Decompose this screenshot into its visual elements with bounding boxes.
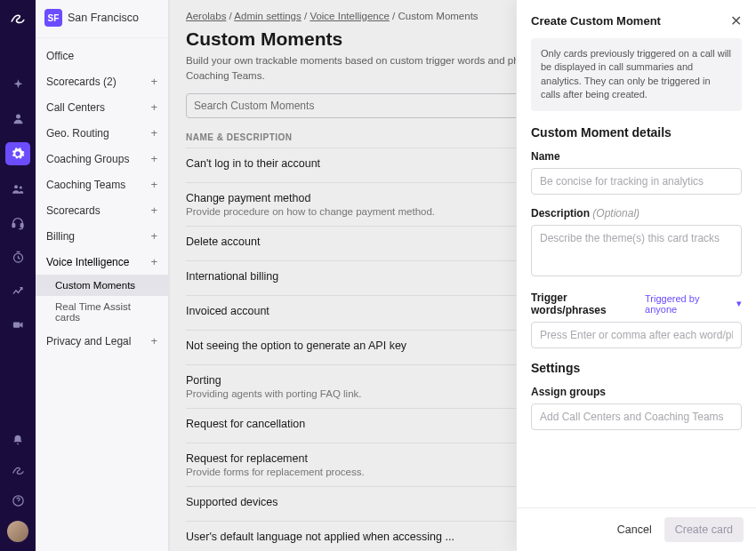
svg-point-0 — [16, 114, 20, 118]
sidebar-subitem[interactable]: Real Time Assist cards — [36, 296, 168, 328]
plus-icon: + — [150, 255, 157, 268]
sidebar-item-label: Voice Intelligence — [46, 256, 129, 268]
crumb-current: Custom Moments — [398, 11, 478, 21]
chevron-down-icon: ▾ — [736, 298, 742, 309]
main-pane: Aerolabs / Admin settings / Voice Intell… — [169, 0, 756, 551]
plus-icon: + — [150, 178, 157, 191]
sidebar-item-label: Call Centers — [46, 101, 105, 114]
sidebar-item-label: Office — [46, 50, 74, 62]
org-name: San Francisco — [68, 12, 139, 24]
settings-sidebar: SF San Francisco OfficeScorecards (2)+Ca… — [36, 0, 169, 551]
plus-icon: + — [150, 100, 157, 114]
clock-icon[interactable] — [8, 247, 28, 267]
drawer-note: Only cards previously triggered on a cal… — [531, 38, 742, 111]
org-badge: SF — [44, 9, 62, 27]
sidebar-item-label: Billing — [46, 230, 75, 243]
sidebar-item-label: Scorecards (2) — [46, 76, 117, 88]
name-input[interactable] — [531, 168, 742, 195]
gear-icon[interactable] — [5, 142, 30, 165]
description-input[interactable] — [531, 225, 742, 276]
plus-icon: + — [150, 75, 157, 88]
sidebar-subitem[interactable]: Custom Moments — [36, 275, 168, 296]
sidebar-item-label: Scorecards — [46, 204, 101, 217]
avatar[interactable] — [7, 521, 28, 542]
sidebar-item[interactable]: Geo. Routing+ — [36, 120, 168, 146]
sidebar-item[interactable]: Scorecards+ — [36, 197, 168, 223]
camera-icon[interactable] — [8, 315, 28, 334]
section-settings: Settings — [531, 361, 742, 375]
svg-point-2 — [20, 186, 22, 188]
org-switcher[interactable]: SF San Francisco — [36, 0, 168, 38]
headset-icon[interactable] — [8, 213, 28, 233]
description-label: Description (Optional) — [531, 207, 742, 220]
assign-input[interactable] — [531, 403, 742, 430]
plus-icon: + — [150, 204, 157, 217]
sidebar-item-label: Privacy and Legal — [46, 335, 131, 347]
drawer-title: Create Custom Moment — [531, 14, 661, 28]
sidebar-item[interactable]: Call Centers+ — [36, 94, 168, 120]
trigger-input[interactable] — [531, 322, 742, 348]
sidebar-item-label: Geo. Routing — [46, 127, 109, 140]
name-label: Name — [531, 150, 742, 163]
brand-logo — [8, 9, 28, 28]
create-card-button[interactable]: Create card — [664, 517, 744, 542]
svg-rect-4 — [20, 224, 23, 228]
sidebar-item[interactable]: Voice Intelligence+ — [36, 249, 168, 275]
sparkle-icon[interactable] — [8, 75, 28, 94]
search-field[interactable] — [194, 100, 564, 112]
section-details: Custom Moment details — [531, 125, 742, 140]
bell-icon[interactable] — [8, 430, 28, 450]
sidebar-item-label: Caoching Teams — [46, 179, 125, 191]
svg-point-1 — [14, 185, 18, 188]
user-icon[interactable] — [8, 108, 28, 128]
plus-icon: + — [150, 229, 157, 243]
svg-rect-6 — [12, 322, 20, 327]
sidebar-item[interactable]: Billing+ — [36, 223, 168, 249]
close-icon[interactable]: ✕ — [730, 12, 742, 29]
sidebar-item[interactable]: Privacy and Legal+ — [36, 328, 168, 354]
nav-rail — [0, 0, 36, 551]
crumb-vi[interactable]: Voice Intelligence — [310, 11, 390, 21]
crumb-aerolabs[interactable]: Aerolabs — [186, 11, 226, 21]
svg-rect-3 — [12, 224, 15, 228]
trigger-label: Trigger words/phrases — [531, 291, 645, 316]
sidebar-item-label: Coaching Groups — [46, 153, 129, 165]
triggered-by-dropdown[interactable]: Triggered by anyone ▾ — [645, 293, 742, 315]
chat-icon[interactable] — [8, 460, 28, 480]
sidebar-item[interactable]: Office — [36, 44, 168, 68]
trend-icon[interactable] — [8, 281, 28, 300]
plus-icon: + — [150, 126, 157, 140]
crumb-admin[interactable]: Admin settings — [234, 11, 301, 21]
create-moment-drawer: Create Custom Moment ✕ Only cards previo… — [516, 0, 756, 551]
group-icon[interactable] — [8, 180, 28, 199]
plus-icon: + — [150, 334, 157, 347]
assign-label: Assign groups — [531, 386, 742, 398]
plus-icon: + — [150, 152, 157, 165]
cancel-button[interactable]: Cancel — [617, 523, 652, 536]
sidebar-item[interactable]: Caoching Teams+ — [36, 172, 168, 197]
sidebar-item[interactable]: Coaching Groups+ — [36, 146, 168, 172]
help-icon[interactable] — [8, 491, 28, 510]
sidebar-item[interactable]: Scorecards (2)+ — [36, 68, 168, 94]
